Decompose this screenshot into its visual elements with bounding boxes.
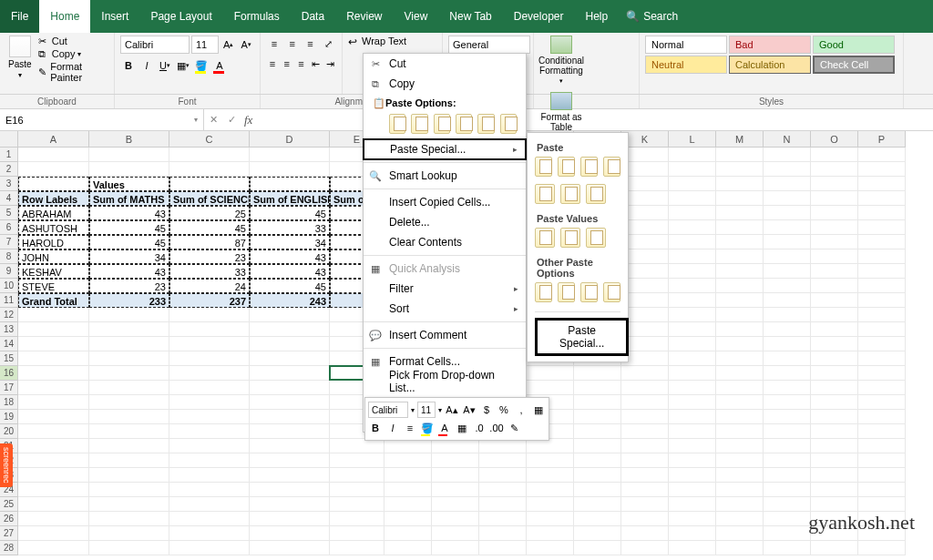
cell[interactable] [811, 366, 858, 381]
cell[interactable] [669, 220, 716, 235]
cell[interactable] [858, 279, 906, 293]
cell[interactable] [764, 351, 811, 366]
cell[interactable] [811, 453, 858, 468]
col-p[interactable]: P [858, 131, 906, 148]
row-header[interactable]: 2 [0, 162, 18, 177]
cell[interactable] [18, 468, 89, 483]
cell[interactable] [858, 468, 906, 483]
cell[interactable] [89, 337, 169, 351]
row-header[interactable]: 3 [0, 177, 18, 191]
align-middle-button[interactable]: ≡ [284, 36, 301, 52]
cell[interactable]: KESHAV [18, 264, 89, 279]
style-bad[interactable]: Bad [729, 36, 811, 54]
cell[interactable] [764, 249, 811, 264]
col-o[interactable]: O [811, 131, 858, 148]
cell[interactable] [858, 351, 906, 366]
ctx-delete[interactable]: Delete... [364, 212, 526, 232]
cell[interactable] [250, 497, 330, 512]
align-top-button[interactable]: ≡ [266, 36, 282, 52]
cell[interactable] [811, 235, 858, 249]
cell[interactable] [89, 308, 169, 322]
cell[interactable] [716, 249, 764, 264]
cell[interactable] [250, 395, 330, 410]
cell[interactable] [764, 279, 811, 293]
cell[interactable]: ASHUTOSH [18, 220, 89, 235]
cell[interactable] [89, 483, 169, 497]
cell[interactable]: Row Labels ▾ [18, 191, 89, 206]
col-c[interactable]: C [169, 131, 250, 148]
cell[interactable] [169, 381, 250, 395]
mini-borders[interactable]: ▦ [455, 421, 469, 435]
cell[interactable] [764, 381, 811, 395]
row-header[interactable]: 8 [0, 249, 18, 264]
cell[interactable] [764, 220, 811, 235]
cell[interactable] [479, 497, 527, 512]
cell[interactable] [384, 439, 432, 453]
cell[interactable] [432, 526, 479, 541]
row-header[interactable]: 20 [0, 424, 18, 439]
cell[interactable] [858, 191, 906, 206]
cell[interactable] [858, 308, 906, 322]
cell[interactable]: 33 [250, 220, 330, 235]
col-a[interactable]: A [18, 131, 89, 148]
cell[interactable] [250, 526, 330, 541]
cell[interactable] [89, 439, 169, 453]
paste-option-1[interactable] [389, 114, 405, 134]
mini-shrink-font[interactable]: A▾ [462, 402, 477, 417]
cell[interactable] [764, 235, 811, 249]
paste-button[interactable]: Paste ▾ [5, 36, 35, 83]
cell[interactable] [89, 541, 169, 555]
row-header[interactable]: 4 [0, 191, 18, 206]
row-header[interactable]: 17 [0, 381, 18, 395]
cell[interactable] [250, 468, 330, 483]
cell[interactable] [669, 279, 716, 293]
cell[interactable] [250, 381, 330, 395]
cell[interactable] [669, 424, 716, 439]
cell[interactable] [716, 381, 764, 395]
col-n[interactable]: N [764, 131, 811, 148]
cell[interactable] [669, 526, 716, 541]
cell[interactable] [716, 483, 764, 497]
orientation-button[interactable]: ⤢ [320, 36, 336, 52]
sub-other-4[interactable] [603, 282, 620, 302]
tab-help[interactable]: Help [574, 0, 619, 33]
cell[interactable] [811, 395, 858, 410]
cell[interactable] [716, 220, 764, 235]
cell[interactable]: 45 [250, 206, 330, 220]
mini-dec-inc[interactable]: .0 [472, 421, 487, 435]
cell[interactable] [764, 526, 811, 541]
cell[interactable] [716, 351, 764, 366]
cell[interactable] [18, 541, 89, 555]
cell[interactable] [716, 410, 764, 424]
cell[interactable] [18, 526, 89, 541]
cell[interactable] [18, 424, 89, 439]
cell[interactable] [432, 439, 479, 453]
row-header[interactable]: 14 [0, 337, 18, 351]
cell[interactable] [716, 293, 764, 308]
cell[interactable] [716, 512, 764, 526]
cell[interactable] [858, 337, 906, 351]
fx-icon[interactable]: fx [241, 113, 256, 127]
cell[interactable]: 87 [169, 235, 250, 249]
mini-bold[interactable]: B [368, 421, 383, 435]
cell[interactable] [18, 512, 89, 526]
align-left-button[interactable]: ≡ [266, 56, 279, 72]
cell[interactable] [479, 468, 527, 483]
ctx-pick-list[interactable]: Pick From Drop-down List... [364, 372, 526, 392]
cell[interactable] [18, 453, 89, 468]
cell[interactable]: 45 [89, 220, 169, 235]
enter-formula-button[interactable]: ✓ [222, 110, 241, 130]
cell[interactable] [811, 308, 858, 322]
cell[interactable] [621, 424, 669, 439]
cell[interactable] [18, 162, 89, 177]
row-header[interactable]: 19 [0, 410, 18, 424]
cell[interactable]: Grand Total [18, 293, 89, 308]
cell[interactable] [250, 177, 330, 191]
cell[interactable] [811, 541, 858, 555]
cell[interactable] [764, 395, 811, 410]
cell[interactable] [716, 497, 764, 512]
italic-button[interactable]: I [138, 57, 155, 74]
cell[interactable] [716, 322, 764, 337]
cell[interactable] [669, 366, 716, 381]
row-header[interactable]: 16 [0, 366, 18, 381]
